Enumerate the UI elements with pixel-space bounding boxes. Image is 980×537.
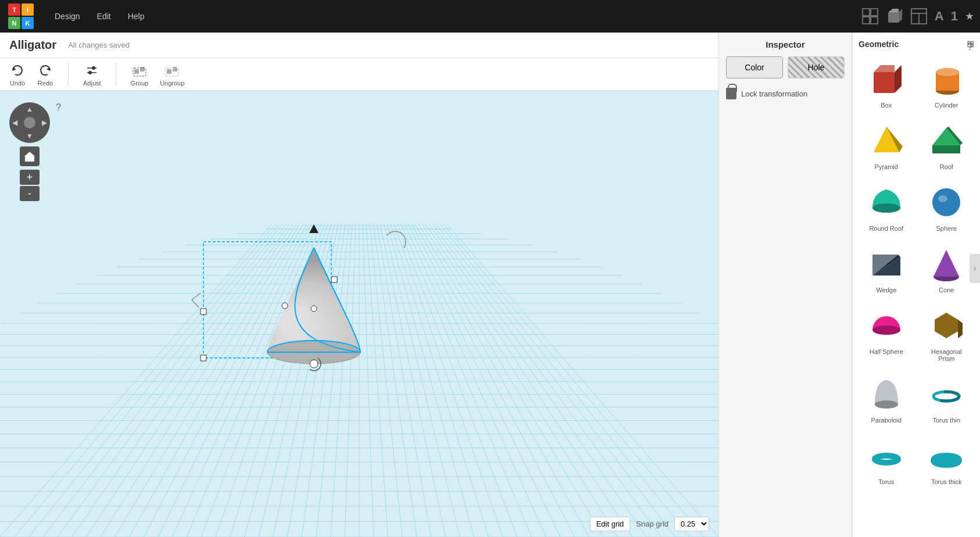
svg-point-36 [932, 188, 960, 216]
zoom-controls: + - [20, 170, 50, 201]
star-icon[interactable]: ★ [965, 10, 974, 23]
group-icon [131, 62, 148, 78]
edit-grid-button[interactable]: Edit grid [590, 517, 631, 531]
collapse-panel-arrow[interactable]: › [970, 254, 980, 283]
toolbar: Undo Redo Adjust [0, 58, 718, 91]
shape-item-sphere[interactable]: Sphere [919, 178, 975, 235]
lock-transformation[interactable]: Lock transformation [726, 88, 845, 99]
zoom-out-button[interactable]: - [20, 186, 40, 201]
svg-point-35 [872, 203, 900, 213]
shape-item-torus-thick[interactable]: Torus thick [919, 432, 975, 489]
font-icon[interactable]: A [935, 9, 944, 24]
nav-edit[interactable]: Edit [90, 8, 118, 24]
save-status: All changes saved [68, 41, 130, 49]
shape-label-cone: Cone [939, 287, 954, 293]
shape-item-torus[interactable]: Torus [859, 432, 914, 489]
layout-icon[interactable] [910, 8, 928, 25]
project-title: Alligator [9, 38, 56, 52]
shape-item-box[interactable]: Box [859, 55, 914, 112]
svg-marker-11 [47, 67, 50, 71]
svg-point-13 [92, 66, 95, 70]
lock-label: Lock transformation [741, 90, 807, 98]
svg-marker-5 [888, 9, 899, 12]
grid-view-icon[interactable] [861, 8, 879, 25]
svg-marker-44 [935, 313, 958, 338]
hole-button[interactable]: Hole [788, 56, 845, 78]
shape-label-box: Box [881, 102, 892, 109]
svg-rect-0 [863, 9, 870, 16]
shape-icon-torus-thick [926, 435, 967, 476]
shape-item-cylinder[interactable]: Cylinder [919, 55, 975, 112]
3d-grid[interactable] [0, 33, 718, 537]
shape-icon-paraboloid [866, 374, 907, 414]
shape-item-paraboloid[interactable]: Paraboloid [859, 370, 914, 427]
svg-rect-20 [173, 67, 177, 71]
svg-marker-45 [958, 320, 963, 338]
shape-icon-box [866, 59, 907, 99]
shape-icon-round-roof [866, 182, 907, 223]
svg-rect-1 [871, 9, 878, 16]
shape-label-hexagonal-prism: Hexagonal Prism [922, 348, 971, 362]
shape-icon-cylinder [926, 59, 967, 99]
shape-item-round-roof[interactable]: Round Roof [859, 178, 914, 235]
undo-btn[interactable]: Undo [9, 62, 26, 87]
lock-icon [726, 88, 736, 99]
adjust-label: Adjust [83, 80, 101, 87]
redo-icon [37, 62, 53, 78]
inspector-help-icon[interactable]: ? [967, 41, 973, 53]
main-layout: Alligator All changes saved Undo Redo [0, 33, 980, 537]
help-button[interactable]: ? [56, 102, 61, 113]
cube-view-icon[interactable] [886, 8, 903, 25]
svg-rect-2 [863, 17, 870, 24]
svg-rect-34 [932, 145, 960, 153]
shape-icon-pyramid [866, 120, 907, 161]
shape-label-cylinder: Cylinder [935, 102, 958, 109]
number-icon[interactable]: 1 [951, 9, 958, 24]
nav-help[interactable]: Help [121, 8, 152, 24]
app-logo[interactable]: T I N K [6, 1, 36, 31]
adjust-btn[interactable]: Adjust [83, 62, 101, 87]
svg-rect-24 [874, 72, 895, 93]
shape-item-wedge[interactable]: Wedge [859, 240, 914, 297]
shape-label-torus-thin: Torus thin [932, 417, 960, 424]
shape-label-torus-thick: Torus thick [931, 478, 962, 485]
redo-btn[interactable]: Redo [37, 62, 53, 87]
shape-icon-cone [926, 244, 967, 284]
shape-label-wedge: Wedge [876, 287, 896, 293]
shape-item-pyramid[interactable]: Pyramid [859, 117, 914, 174]
shape-item-cone[interactable]: Cone [919, 240, 975, 297]
shape-item-torus-thin[interactable]: Torus thin [919, 370, 975, 427]
shapes-grid: BoxCylinderPyramidRoofRound RoofSphereWe… [859, 55, 974, 489]
shape-icon-sphere [926, 182, 967, 223]
snap-grid-label: Snap grid [636, 520, 668, 528]
shape-icon-wedge [866, 244, 907, 284]
canvas-area[interactable]: Alligator All changes saved Undo Redo [0, 33, 718, 537]
undo-label: Undo [10, 80, 25, 87]
color-button[interactable]: Color [726, 56, 783, 78]
group-btn[interactable]: Group [131, 62, 149, 87]
svg-rect-4 [888, 12, 899, 23]
svg-rect-19 [167, 69, 171, 74]
svg-point-15 [88, 71, 92, 74]
zoom-in-button[interactable]: + [20, 170, 40, 185]
toolbar-divider-1 [68, 63, 69, 86]
shape-item-half-sphere[interactable]: Half Sphere [859, 302, 914, 366]
snap-grid-select[interactable]: 0.25 [674, 517, 709, 531]
svg-point-43 [872, 325, 900, 335]
nav-menu: Design Edit Help [48, 8, 152, 24]
shape-item-hexagonal-prism[interactable]: Hexagonal Prism [919, 302, 975, 366]
inspector-buttons: Color Hole [726, 56, 845, 78]
svg-point-46 [875, 400, 898, 409]
shape-icon-hexagonal-prism [926, 305, 967, 346]
svg-point-37 [938, 195, 947, 202]
home-button[interactable] [20, 146, 40, 166]
shape-item-roof[interactable]: Roof [919, 117, 975, 174]
nav-design[interactable]: Design [48, 8, 87, 24]
adjust-icon [84, 62, 100, 78]
ungroup-btn[interactable]: Ungroup [160, 62, 184, 87]
svg-rect-22 [25, 156, 34, 162]
svg-point-50 [935, 457, 958, 464]
svg-rect-16 [134, 69, 139, 74]
pan-control[interactable]: ▲ ▼ ◀ ▶ [9, 102, 50, 143]
ungroup-icon [164, 62, 180, 78]
